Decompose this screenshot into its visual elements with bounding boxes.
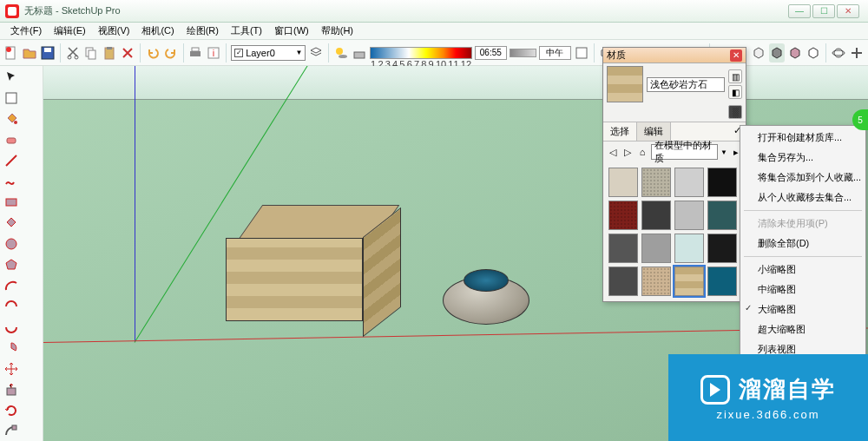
context-menu-item[interactable]: 大缩略图✓ — [740, 299, 865, 319]
material-swatch[interactable] — [641, 267, 671, 296]
monochrome-icon[interactable] — [806, 43, 821, 63]
new-file-icon[interactable] — [3, 43, 19, 63]
open-file-icon[interactable] — [22, 43, 37, 63]
layer-selector[interactable]: ✓ Layer0 ▼ — [231, 45, 306, 61]
default-material-icon[interactable]: ◧ — [728, 85, 742, 99]
paste-icon[interactable] — [102, 43, 117, 63]
close-button[interactable]: ✕ — [837, 4, 859, 18]
minimize-button[interactable]: — — [788, 4, 811, 18]
context-menu-item[interactable]: 小缩略图 — [740, 260, 865, 280]
material-preview[interactable] — [607, 66, 643, 102]
context-menu-item[interactable]: 从个人收藏移去集合... — [740, 188, 865, 207]
circle-tool-icon[interactable] — [2, 234, 21, 253]
lib-back-icon[interactable]: ◁ — [607, 146, 619, 158]
material-swatch[interactable] — [608, 201, 638, 230]
rectangle-tool-icon[interactable] — [2, 193, 21, 212]
line-tool-icon[interactable] — [2, 151, 21, 170]
arc-tool-icon[interactable] — [2, 276, 21, 295]
material-swatch[interactable] — [641, 168, 671, 197]
freehand-icon[interactable] — [2, 172, 21, 191]
material-swatch[interactable] — [674, 201, 704, 230]
material-swatch[interactable] — [641, 201, 671, 230]
menu-camera[interactable]: 相机(C) — [136, 23, 179, 39]
library-selector[interactable]: 在模型中的材质 — [651, 144, 718, 160]
move-tool-icon[interactable] — [2, 359, 21, 378]
create-material-icon[interactable]: ▥ — [728, 69, 742, 83]
material-swatch[interactable] — [707, 168, 737, 197]
copy-icon[interactable] — [83, 43, 99, 63]
context-menu-item[interactable]: 打开和创建材质库... — [740, 128, 865, 148]
followme-icon[interactable] — [2, 422, 21, 441]
eraser-icon[interactable] — [2, 130, 21, 149]
menu-file[interactable]: 文件(F) — [5, 23, 47, 39]
pie-tool-icon[interactable] — [2, 339, 21, 358]
material-swatch[interactable] — [707, 267, 737, 296]
context-menu-item[interactable]: 将集合添加到个人收藏... — [740, 168, 865, 188]
material-name-input[interactable]: 浅色砂岩方石 — [647, 77, 725, 92]
shaded-textures-icon[interactable] — [787, 43, 803, 63]
pan-icon[interactable] — [849, 43, 865, 63]
maximize-button[interactable]: ☐ — [812, 4, 835, 18]
cut-icon[interactable] — [65, 43, 81, 63]
save-icon[interactable] — [40, 43, 56, 63]
model-bowl[interactable] — [443, 267, 529, 325]
material-swatch[interactable] — [674, 267, 704, 296]
tab-edit[interactable]: 编辑 — [637, 122, 671, 141]
material-swatch[interactable] — [707, 234, 737, 263]
lib-fwd-icon[interactable]: ▷ — [621, 146, 634, 158]
rotate-tool-icon[interactable] — [2, 401, 21, 420]
orbit-icon[interactable] — [831, 43, 846, 63]
shaded-icon[interactable] — [769, 43, 785, 63]
menu-edit[interactable]: 编辑(E) — [49, 23, 91, 39]
material-swatch[interactable] — [608, 267, 638, 296]
shadow-time-value[interactable]: 06:55 — [475, 46, 506, 60]
context-menu-item[interactable]: 删除全部(D) — [740, 234, 865, 253]
pushpull-icon[interactable] — [2, 380, 21, 399]
shadow-time-slider[interactable] — [370, 47, 472, 59]
shadow-date-slider[interactable] — [510, 49, 537, 57]
undo-icon[interactable] — [145, 43, 161, 63]
3pt-arc-icon[interactable] — [2, 318, 21, 337]
context-menu-item[interactable]: 中缩略图 — [740, 280, 865, 299]
print-icon[interactable] — [187, 43, 203, 63]
menu-help[interactable]: 帮助(H) — [316, 23, 358, 39]
svg-rect-31 — [12, 425, 16, 430]
shadow-settings-icon[interactable] — [352, 43, 367, 63]
style-browser-icon[interactable] — [574, 43, 589, 63]
component-icon[interactable] — [2, 89, 21, 108]
svg-point-29 — [6, 239, 16, 249]
materials-panel[interactable]: 材质 ✕ 浅色砂岩方石 ▥ ◧ ░ 选择 编辑 ✓ ◁ ▷ ⌂ 在模型中的材质 … — [602, 47, 746, 302]
model-info-icon[interactable]: i — [206, 43, 221, 63]
delete-icon[interactable] — [120, 43, 135, 63]
context-menu-item[interactable]: 超大缩略图 — [740, 319, 865, 339]
material-swatch[interactable] — [674, 168, 704, 197]
context-menu-item[interactable]: 集合另存为... — [740, 148, 865, 168]
lib-home-icon[interactable]: ⌂ — [636, 146, 648, 158]
material-color-icon[interactable]: ░ — [728, 105, 742, 119]
2pt-arc-icon[interactable] — [2, 297, 21, 316]
menu-window[interactable]: 窗口(W) — [269, 23, 314, 39]
library-dropdown-icon[interactable]: ▼ — [720, 148, 727, 156]
watermark-brand: 溜溜自学 — [739, 374, 836, 405]
model-box[interactable] — [226, 205, 399, 335]
rotated-rect-icon[interactable] — [2, 214, 21, 233]
layer-manager-icon[interactable] — [308, 43, 324, 63]
select-tool-icon[interactable] — [2, 68, 21, 87]
polygon-tool-icon[interactable] — [2, 255, 21, 274]
tab-select[interactable]: 选择 — [603, 122, 637, 141]
side-badge[interactable]: 5 — [852, 109, 868, 130]
material-swatch[interactable] — [707, 201, 737, 230]
hidden-line-icon[interactable] — [751, 43, 766, 63]
shadow-toggle-icon[interactable] — [333, 43, 349, 63]
material-swatch[interactable] — [608, 234, 638, 263]
redo-icon[interactable] — [163, 43, 179, 63]
material-swatch[interactable] — [608, 168, 638, 197]
paint-bucket-icon[interactable] — [2, 109, 21, 128]
menu-view[interactable]: 视图(V) — [93, 23, 135, 39]
menu-tools[interactable]: 工具(T) — [226, 23, 267, 39]
material-swatch[interactable] — [641, 234, 671, 263]
shadow-date-value[interactable]: 中午 — [539, 46, 570, 60]
menu-draw[interactable]: 绘图(R) — [181, 23, 224, 39]
material-swatch[interactable] — [674, 234, 704, 263]
materials-close-icon[interactable]: ✕ — [730, 49, 742, 62]
